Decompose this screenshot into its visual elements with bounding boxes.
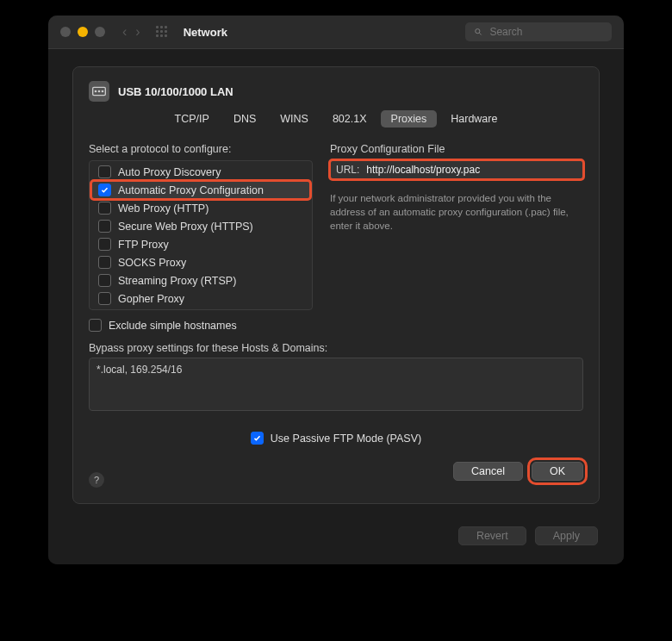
protocol-row[interactable]: FTP Proxy <box>90 235 312 253</box>
protocol-column: Select a protocol to configure: Auto Pro… <box>89 143 313 332</box>
search-field-wrap[interactable] <box>465 22 612 41</box>
tab-8021x[interactable]: 802.1X <box>322 110 377 128</box>
tab-proxies[interactable]: Proxies <box>381 110 438 128</box>
settings-sheet: USB 10/100/1000 LAN TCP/IP DNS WINS 802.… <box>72 66 600 504</box>
tab-hardware[interactable]: Hardware <box>440 110 507 128</box>
bypass-label: Bypass proxy settings for these Hosts & … <box>89 342 583 354</box>
svg-point-5 <box>102 90 103 91</box>
svg-point-3 <box>95 90 96 91</box>
sheet-footer: ? Cancel OK <box>89 455 583 488</box>
exclude-simple-hostnames-row[interactable]: Exclude simple hostnames <box>89 319 313 332</box>
protocol-label: Auto Proxy Discovery <box>118 166 221 178</box>
body-area: USB 10/100/1000 LAN TCP/IP DNS WINS 802.… <box>48 49 624 564</box>
ethernet-icon <box>89 81 109 102</box>
interface-header: USB 10/100/1000 LAN <box>89 81 583 102</box>
tab-tcpip[interactable]: TCP/IP <box>165 110 220 128</box>
passive-ftp-label: Use Passive FTP Mode (PASV) <box>271 433 421 445</box>
checkbox[interactable] <box>98 220 111 233</box>
window-title: Network <box>184 26 227 39</box>
checkbox[interactable] <box>98 165 111 178</box>
show-all-icon[interactable] <box>156 26 168 38</box>
tab-bar: TCP/IP DNS WINS 802.1X Proxies Hardware <box>89 110 583 128</box>
proxy-config-file-label: Proxy Configuration File <box>330 143 583 155</box>
apply-revert-buttons: Revert Apply <box>458 526 598 545</box>
protocol-label: Automatic Proxy Configuration <box>118 184 264 196</box>
svg-point-0 <box>476 29 480 34</box>
protocol-row-automatic-proxy[interactable]: Automatic Proxy Configuration <box>91 181 310 199</box>
checkbox[interactable] <box>98 202 111 215</box>
titlebar: ‹ › Network <box>48 16 624 49</box>
apply-button[interactable]: Apply <box>535 526 598 545</box>
zoom-dot[interactable] <box>95 27 105 37</box>
protocol-row[interactable]: SOCKS Proxy <box>90 253 312 271</box>
ok-button[interactable]: OK <box>532 462 583 481</box>
pac-hint-text: If your network administrator provided y… <box>330 191 571 233</box>
cancel-button[interactable]: Cancel <box>453 462 523 481</box>
help-button[interactable]: ? <box>89 472 104 488</box>
checkbox[interactable] <box>98 184 111 196</box>
passive-ftp-row[interactable]: Use Passive FTP Mode (PASV) <box>89 432 583 445</box>
protocol-list-label: Select a protocol to configure: <box>89 143 313 155</box>
bypass-textarea[interactable]: *.local, 169.254/16 <box>89 358 583 411</box>
network-preferences-window: ‹ › Network USB 10/100/1000 LAN TCP/IP D… <box>48 16 624 564</box>
url-label: URL: <box>336 164 359 176</box>
protocol-label: Secure Web Proxy (HTTPS) <box>118 221 253 233</box>
protocol-label: Gopher Proxy <box>118 293 184 305</box>
checkbox[interactable] <box>98 256 111 269</box>
back-arrow-icon[interactable]: ‹ <box>122 25 127 39</box>
tab-wins[interactable]: WINS <box>270 110 319 128</box>
search-input[interactable] <box>488 25 603 39</box>
svg-point-4 <box>98 90 99 91</box>
protocol-label: SOCKS Proxy <box>118 257 186 269</box>
window-controls <box>60 27 105 37</box>
dialog-buttons: Cancel OK <box>453 462 583 481</box>
checkbox[interactable] <box>98 238 111 251</box>
protocol-row[interactable]: Gopher Proxy <box>90 289 312 308</box>
content-columns: Select a protocol to configure: Auto Pro… <box>89 143 583 332</box>
config-column: Proxy Configuration File URL: If your ne… <box>330 143 583 332</box>
nav-arrows: ‹ › <box>122 25 140 39</box>
protocol-label: FTP Proxy <box>118 239 169 251</box>
protocol-row[interactable]: Web Proxy (HTTP) <box>90 199 312 217</box>
interface-name: USB 10/100/1000 LAN <box>118 85 233 98</box>
tab-dns[interactable]: DNS <box>223 110 266 128</box>
search-icon <box>474 27 482 37</box>
svg-line-1 <box>479 33 481 34</box>
exclude-label: Exclude simple hostnames <box>109 320 237 332</box>
checkbox[interactable] <box>251 432 264 445</box>
protocol-label: Streaming Proxy (RTSP) <box>118 275 236 287</box>
protocol-row[interactable]: Secure Web Proxy (HTTPS) <box>90 217 312 235</box>
checkbox[interactable] <box>89 319 102 332</box>
checkbox[interactable] <box>98 274 111 287</box>
pac-url-row[interactable]: URL: <box>330 160 583 179</box>
minimize-dot[interactable] <box>78 27 88 37</box>
protocol-list: Auto Proxy Discovery Automatic Proxy Con… <box>89 160 313 310</box>
protocol-row[interactable]: Streaming Proxy (RTSP) <box>90 271 312 289</box>
close-dot[interactable] <box>60 27 71 37</box>
pac-url-input[interactable] <box>364 163 577 177</box>
protocol-label: Web Proxy (HTTP) <box>118 202 208 215</box>
revert-button[interactable]: Revert <box>458 526 526 545</box>
checkbox[interactable] <box>98 292 111 305</box>
protocol-row[interactable]: Auto Proxy Discovery <box>90 163 312 181</box>
forward-arrow-icon[interactable]: › <box>135 25 140 39</box>
